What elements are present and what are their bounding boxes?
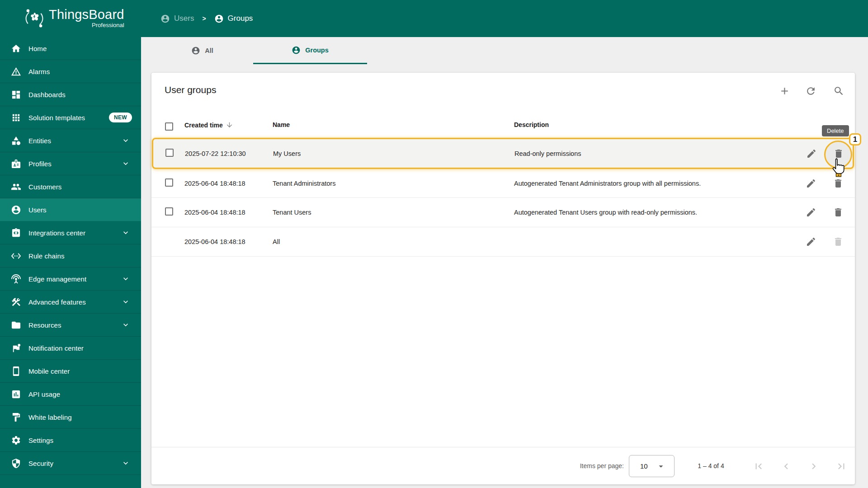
previous-page-button[interactable] <box>780 460 792 472</box>
chevron-down-icon <box>121 459 130 468</box>
tab-all[interactable]: All <box>151 37 253 64</box>
top-header: ThingsBoard Professional Users > Groups … <box>0 0 868 37</box>
rule-chain-icon <box>11 251 21 261</box>
logo-title: ThingsBoard <box>49 6 124 23</box>
chevron-down-icon <box>121 320 130 329</box>
sidebar-item-edge-management[interactable]: Edge management <box>0 267 141 291</box>
sidebar-item-dashboards[interactable]: Dashboards <box>0 83 141 106</box>
warning-icon <box>11 66 21 77</box>
search-button[interactable] <box>830 82 848 100</box>
gear-icon <box>11 435 21 446</box>
tab-label: Groups <box>305 47 329 54</box>
breadcrumb-label: Groups <box>228 14 253 23</box>
sidebar-item-resources[interactable]: Resources <box>0 314 141 337</box>
sidebar-item-profiles[interactable]: Profiles <box>0 152 141 175</box>
edit-button[interactable] <box>802 145 821 163</box>
column-header-created-time[interactable]: Created time <box>184 121 233 129</box>
new-badge: NEW <box>109 113 132 122</box>
edit-button[interactable] <box>802 174 820 192</box>
sidebar-item-rule-chains[interactable]: Rule chains <box>0 244 141 267</box>
row-checkbox[interactable] <box>165 207 173 216</box>
delete-button[interactable] <box>829 203 847 221</box>
last-page-icon <box>835 460 847 472</box>
trash-icon <box>833 178 844 189</box>
main-content: All Groups User groups Created time Name <box>141 37 868 488</box>
table-row[interactable]: 2025-06-04 18:48:18 Tenant Users Autogen… <box>151 198 855 227</box>
breadcrumb-users[interactable]: Users <box>160 14 194 23</box>
sidebar-item-label: Mobile center <box>28 367 70 375</box>
breadcrumb: Users > Groups <box>160 0 253 37</box>
breadcrumb-groups[interactable]: Groups <box>214 14 253 23</box>
thingsboard-logo[interactable]: ThingsBoard Professional <box>23 6 124 31</box>
account-icon <box>214 14 224 23</box>
sidebar-item-label: Entities <box>28 137 51 145</box>
cell-created-time: 2025-06-04 18:48:18 <box>184 180 245 187</box>
first-page-button[interactable] <box>753 460 764 472</box>
smartphone-icon <box>11 366 21 376</box>
sidebar-item-mobile-center[interactable]: Mobile center <box>0 360 141 383</box>
select-all-checkbox[interactable] <box>165 122 173 131</box>
pencil-icon <box>806 178 816 189</box>
chevron-down-icon <box>121 228 130 237</box>
sidebar-item-label: Integrations center <box>28 229 85 237</box>
edit-button[interactable] <box>802 203 820 221</box>
column-label: Created time <box>184 122 223 129</box>
sidebar-item-label: Dashboards <box>28 91 66 99</box>
row-checkbox[interactable] <box>165 149 174 157</box>
tab-bar: All Groups <box>141 37 367 65</box>
sidebar-item-settings[interactable]: Settings <box>0 429 141 452</box>
chart-icon <box>11 389 21 399</box>
account-icon <box>292 46 301 55</box>
sidebar-item-label: Notification center <box>28 344 84 352</box>
table-row[interactable]: 2025-06-04 18:48:18 All <box>151 227 855 257</box>
chevron-left-icon <box>780 460 792 472</box>
sort-desc-icon <box>226 121 233 129</box>
items-per-page-label: Items per page: <box>549 462 624 469</box>
shield-icon <box>11 458 21 469</box>
thingsboard-logo-icon <box>23 6 46 31</box>
sidebar-item-white-labeling[interactable]: White labeling <box>0 406 141 429</box>
add-button[interactable] <box>775 82 793 100</box>
people-icon <box>11 182 21 192</box>
cell-name: Tenant Users <box>273 209 311 216</box>
sidebar-item-label: Customers <box>28 183 61 191</box>
table-row[interactable]: 2025-07-22 12:10:30 My Users Read-only p… <box>152 138 854 169</box>
step-annotation-badge: 1 <box>849 133 861 145</box>
account-icon <box>191 46 200 55</box>
sidebar-item-alarms[interactable]: Alarms <box>0 60 141 83</box>
sidebar-item-label: Solution templates <box>28 114 85 122</box>
sidebar-item-home[interactable]: Home <box>0 37 141 60</box>
cell-description: Read-only permissions <box>514 150 581 157</box>
table-header: Created time Name Description <box>151 115 855 138</box>
sidebar-item-label: Settings <box>28 436 53 444</box>
sidebar-item-advanced-features[interactable]: Advanced features <box>0 291 141 314</box>
sidebar: Home Alarms Dashboards Solution template… <box>0 37 141 488</box>
column-label: Description <box>514 121 549 128</box>
tab-groups[interactable]: Groups <box>253 37 367 64</box>
sidebar-item-api-usage[interactable]: API usage <box>0 383 141 406</box>
sidebar-item-integrations-center[interactable]: Integrations center <box>0 221 141 244</box>
table-row[interactable]: 2025-06-04 18:48:18 Tenant Administrator… <box>151 169 855 198</box>
edit-button[interactable] <box>802 233 820 251</box>
page-size-select[interactable]: 10 <box>629 455 675 477</box>
sidebar-item-security[interactable]: Security <box>0 452 141 475</box>
refresh-button[interactable] <box>802 82 820 100</box>
sidebar-item-entities[interactable]: Entities <box>0 129 141 152</box>
chevron-down-icon <box>121 274 130 283</box>
column-header-name[interactable]: Name <box>273 121 290 128</box>
pencil-icon <box>806 207 816 218</box>
column-header-description[interactable]: Description <box>514 121 549 128</box>
badge-icon <box>11 159 21 169</box>
sidebar-item-label: Users <box>28 206 47 214</box>
sidebar-item-solution-templates[interactable]: Solution templates NEW <box>0 106 141 129</box>
sidebar-item-users[interactable]: Users <box>0 198 141 221</box>
delete-button-disabled <box>829 233 847 251</box>
sidebar-item-notification-center[interactable]: Notification center <box>0 337 141 360</box>
last-page-button[interactable] <box>835 460 847 472</box>
cell-name: All <box>273 238 280 245</box>
row-checkbox[interactable] <box>165 178 173 187</box>
pencil-icon <box>806 148 817 159</box>
next-page-button[interactable] <box>808 460 820 472</box>
sidebar-item-customers[interactable]: Customers <box>0 175 141 198</box>
sidebar-item-label: Advanced features <box>28 298 86 306</box>
